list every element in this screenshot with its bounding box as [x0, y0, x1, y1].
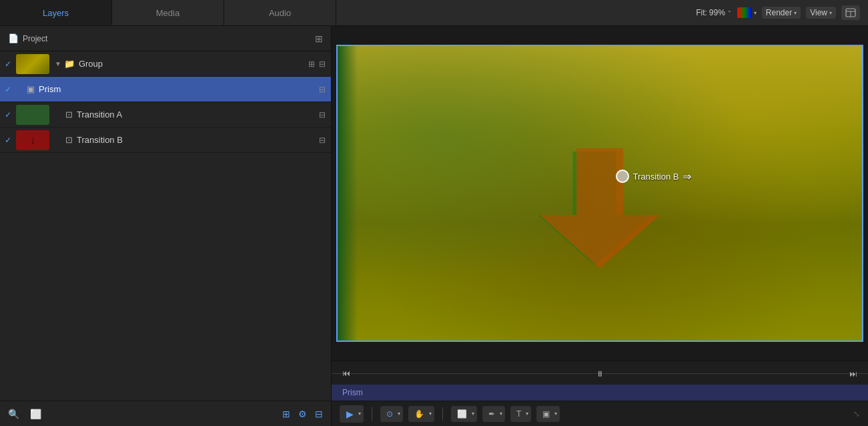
view-chevron-icon: ▾ [829, 10, 832, 16]
render-chevron-icon: ▾ [794, 10, 797, 16]
panel-split-icon[interactable]: ⬜ [30, 409, 41, 419]
pen-button[interactable]: ✒ [485, 407, 498, 421]
top-right-controls: Fit: 99% ⌃ ▾ Render ▾ View ▾ [688, 0, 868, 25]
render-dropdown[interactable]: Render ▾ [762, 7, 801, 19]
timeline-marker-left: ⏮ [342, 369, 350, 378]
play-button[interactable]: ▶ [342, 407, 357, 421]
transition-b-canvas-label[interactable]: Transition B ⇒ [616, 170, 692, 183]
play-end-marker: ⏭ [849, 369, 857, 378]
layer-name-transition-b: Transition B [77, 135, 319, 145]
timeline-track[interactable]: ⏮ ⏸ ⏭ [332, 361, 868, 385]
main-content: 📄 Project ⊞ ✓ ▼ 📁 Group ⊞ ⊟ [0, 26, 868, 426]
color-chevron-icon: ▾ [754, 10, 757, 16]
separator-2 [442, 407, 443, 421]
canvas-area: Transition B ⇒ [332, 26, 868, 361]
panel-header-actions[interactable]: ⊞ [315, 33, 323, 44]
layer-name-prism: Prism [39, 84, 319, 94]
solo-icon-group[interactable]: ⊞ [308, 59, 315, 69]
fit-chevron-icon: ⌃ [727, 10, 732, 16]
project-label: Project [23, 34, 47, 43]
play-start-marker: ⏮ [342, 369, 350, 378]
layer-row-group[interactable]: ✓ ▼ 📁 Group ⊞ ⊟ [0, 51, 331, 77]
label-handle[interactable] [616, 170, 629, 183]
grid-icon[interactable]: ⊞ [282, 409, 290, 419]
orbit-dropdown-icon[interactable]: ▾ [398, 411, 400, 417]
thumb-transition-b: ↓ [16, 130, 49, 150]
lock-icon-group[interactable]: ⊟ [319, 59, 326, 69]
layers-list: ✓ ▼ 📁 Group ⊞ ⊟ ✓ ▣ Prism ⊟ [0, 51, 331, 401]
bottom-left-icons: 🔍 ⬜ [8, 409, 41, 419]
checkbox-transition-b[interactable]: ✓ [3, 135, 13, 146]
panel-header: 📄 Project ⊞ [0, 26, 331, 51]
layer-row-prism[interactable]: ✓ ▣ Prism ⊟ [0, 77, 331, 102]
checkbox-transition-a[interactable]: ✓ [3, 110, 13, 120]
play-controls-group: ▶ ▾ [340, 405, 364, 423]
canvas-green-strip [338, 46, 358, 341]
fit-value: 99% [709, 8, 725, 17]
color-picker-button[interactable]: ▾ [737, 7, 757, 18]
arrow-head [540, 215, 660, 268]
view-dropdown[interactable]: View ▾ [806, 7, 836, 19]
tab-layers[interactable]: Layers [0, 0, 112, 25]
text-dropdown-icon[interactable]: ▾ [526, 411, 528, 417]
timeline-marker-mid: ⏸ [596, 368, 604, 378]
layer-actions-a: ⊟ [319, 110, 328, 120]
bottom-right-icons: ⊞ ⚙ ⊟ [282, 409, 323, 419]
mask-tool-group: ▣ ▾ [536, 406, 560, 422]
color-swatch [737, 7, 752, 18]
play-dropdown-icon[interactable]: ▾ [358, 411, 361, 417]
hand-dropdown-icon[interactable]: ▾ [429, 411, 432, 417]
export-icon[interactable]: ⊟ [315, 409, 323, 419]
orbit-button[interactable]: ⊙ [383, 407, 396, 421]
timeline-marker-right: ⏭ [849, 368, 857, 378]
lock-icon-a[interactable]: ⊟ [319, 110, 326, 120]
orbit-tool-group: ⊙ ▾ [380, 406, 403, 422]
tab-media[interactable]: Media [112, 0, 224, 25]
thumb-a-bg [16, 105, 49, 125]
search-icon[interactable]: 🔍 [8, 409, 19, 419]
mask-dropdown-icon[interactable]: ▾ [554, 411, 557, 417]
bottom-toolbar-right: ▶ ▾ ⊙ ▾ ✋ ▾ ⬜ ▾ ✒ ▾ T ▾ [332, 401, 868, 426]
tab-audio[interactable]: Audio [224, 0, 336, 25]
timeline-label-bar: Prism [332, 385, 868, 401]
fit-label: Fit: [696, 8, 707, 17]
transition-a-icon: ⊡ [65, 110, 73, 120]
layer-actions-prism: ⊟ [319, 85, 328, 94]
label-arrow-icon: ⇒ [683, 170, 691, 183]
top-bar: Layers Media Audio Fit: 99% ⌃ ▾ Render ▾… [0, 0, 868, 26]
text-button[interactable]: T [513, 407, 524, 421]
layer-actions-b: ⊟ [319, 136, 328, 145]
layer-actions-group: ⊞ ⊟ [308, 59, 328, 69]
layer-name-transition-a: Transition A [77, 110, 319, 120]
transition-b-icon: ⊡ [65, 135, 73, 145]
left-panel: 📄 Project ⊞ ✓ ▼ 📁 Group ⊞ ⊟ [0, 26, 332, 426]
project-icon: 📄 [8, 33, 19, 43]
hand-button[interactable]: ✋ [411, 407, 428, 421]
layout-button[interactable] [841, 5, 860, 20]
thumb-group [16, 54, 49, 74]
layer-row-transition-a[interactable]: ✓ ⊡ Transition A ⊟ [0, 102, 331, 128]
checkbox-prism[interactable]: ✓ [3, 84, 13, 95]
pen-dropdown-icon[interactable]: ▾ [500, 411, 502, 417]
expand-arrow-group[interactable]: ▼ [55, 60, 61, 67]
timeline-prism-label: Prism [342, 388, 363, 397]
resize-handle-icon[interactable]: ⤡ [853, 409, 860, 419]
lock-icon-b[interactable]: ⊟ [319, 136, 326, 145]
layer-row-transition-b[interactable]: ✓ ↓ ⊡ Transition B ⊟ [0, 128, 331, 153]
shape-button[interactable]: ⬜ [454, 407, 470, 421]
tab-spacer [336, 0, 688, 25]
panel-header-left: 📄 Project [8, 33, 47, 43]
thumb-arrow-icon: ↓ [30, 134, 35, 146]
text-tool-group: T ▾ [510, 406, 531, 422]
mask-button[interactable]: ▣ [539, 407, 553, 421]
fit-control[interactable]: Fit: 99% ⌃ [696, 8, 732, 17]
checkbox-group[interactable]: ✓ [3, 59, 13, 69]
right-panel: Transition B ⇒ ⏮ ⏸ ⏭ Pr [332, 26, 868, 426]
hand-tool-group: ✋ ▾ [408, 406, 434, 422]
pen-tool-group: ✒ ▾ [482, 406, 505, 422]
settings-icon[interactable]: ⚙ [298, 409, 307, 419]
shape-dropdown-icon[interactable]: ▾ [472, 411, 474, 417]
play-mid-marker: ⏸ [596, 369, 604, 378]
lock-icon-prism[interactable]: ⊟ [319, 85, 326, 94]
canvas-bg: Transition B ⇒ [338, 46, 862, 341]
